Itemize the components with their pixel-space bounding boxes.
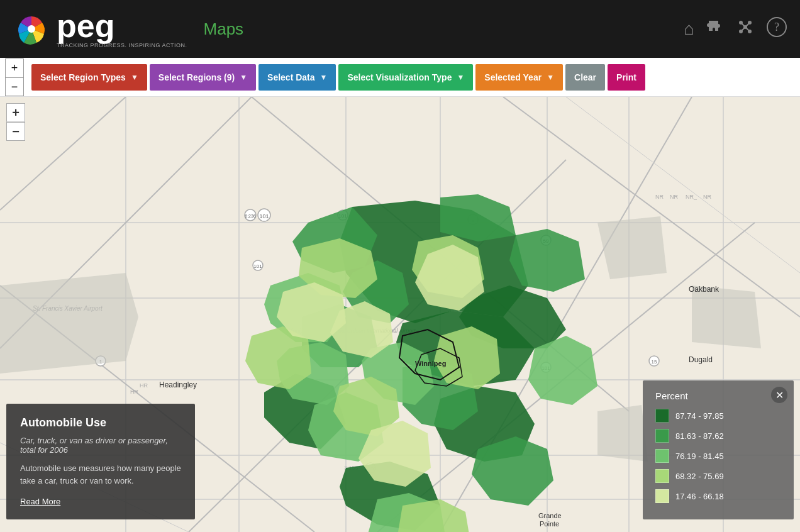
zoom-in-button[interactable]: + — [5, 58, 24, 77]
svg-marker-100 — [692, 285, 761, 348]
legend-range-2: 81.63 - 87.62 — [675, 431, 724, 441]
header-left: peg TRACKING PROGRESS. INSPIRING ACTION.… — [13, 9, 243, 48]
logo-peg-text: peg — [57, 9, 187, 42]
chevron-down-icon: ▼ — [240, 73, 247, 82]
header-icons: ⌂ ? — [684, 16, 787, 42]
svg-text:6;236: 6;236 — [245, 214, 256, 218]
zoom-out-button[interactable]: − — [5, 77, 24, 96]
svg-line-9 — [745, 27, 750, 31]
svg-text:101: 101 — [259, 213, 269, 219]
print-button[interactable]: Print — [608, 64, 645, 91]
svg-marker-101 — [597, 405, 648, 462]
network-icon[interactable] — [736, 18, 755, 41]
home-icon[interactable]: ⌂ — [684, 19, 694, 39]
svg-text:101: 101 — [253, 263, 262, 269]
header-title: Maps — [204, 19, 244, 39]
svg-text:Pointe: Pointe — [540, 520, 559, 528]
legend-swatch-3 — [655, 449, 669, 463]
select-region-types-button[interactable]: Select Region Types ▼ — [31, 64, 147, 91]
toolbar: + − Select Region Types ▼ Select Regions… — [0, 58, 800, 97]
svg-marker-98 — [0, 273, 138, 374]
chevron-down-icon: ▼ — [131, 73, 138, 82]
read-more-link[interactable]: Read More — [20, 497, 60, 506]
map-zoom-controls: + − — [6, 103, 25, 141]
svg-text:HR: HR — [130, 389, 138, 395]
chevron-down-icon: ▼ — [457, 73, 464, 82]
select-data-button[interactable]: Select Data ▼ — [258, 64, 336, 91]
app-header: peg TRACKING PROGRESS. INSPIRING ACTION.… — [0, 0, 800, 58]
info-panel-description: Automobile use measures how many people … — [20, 462, 181, 487]
info-panel: Automobile Use Car, truck, or van as dri… — [6, 404, 195, 519]
map-zoom-in-button[interactable]: + — [6, 103, 25, 122]
chevron-down-icon: ▼ — [320, 73, 328, 82]
logo-text: peg TRACKING PROGRESS. INSPIRING ACTION. — [57, 9, 187, 48]
legend-title: Percent — [655, 391, 781, 401]
info-panel-title: Automobile Use — [20, 416, 181, 429]
svg-text:NR: NR — [670, 194, 678, 200]
legend-swatch-2 — [655, 429, 669, 443]
legend-item-3: 76.19 - 81.45 — [655, 449, 781, 463]
legend-swatch-1 — [655, 409, 669, 423]
legend-close-button[interactable]: ✕ — [771, 387, 787, 403]
svg-text:Grande: Grande — [538, 512, 562, 519]
map-zoom-out-button[interactable]: − — [6, 122, 25, 141]
svg-text:Oakbank: Oakbank — [689, 285, 719, 294]
svg-line-8 — [741, 27, 745, 31]
logo-container: peg TRACKING PROGRESS. INSPIRING ACTION. — [13, 9, 187, 48]
select-visualization-button[interactable]: Select Visualization Type ▼ — [338, 64, 473, 91]
svg-point-0 — [28, 25, 35, 33]
svg-text:Dugald: Dugald — [689, 355, 713, 364]
legend-panel: ✕ Percent 87.74 - 97.85 81.63 - 87.62 76… — [643, 380, 794, 519]
svg-text:Winnipeg: Winnipeg — [415, 360, 446, 367]
help-icon[interactable]: ? — [766, 16, 787, 42]
legend-range-4: 68.32 - 75.69 — [675, 472, 724, 481]
svg-text:Headingley: Headingley — [159, 380, 197, 389]
select-regions-button[interactable]: Select Regions (9) ▼ — [150, 64, 256, 91]
svg-text:?: ? — [774, 21, 779, 33]
legend-range-3: 76.19 - 81.45 — [675, 452, 724, 461]
toolbar-zoom: + − — [5, 58, 24, 96]
svg-line-6 — [741, 23, 745, 27]
peg-logo-icon — [13, 10, 50, 48]
svg-line-7 — [745, 23, 750, 27]
info-panel-subtitle: Car, truck, or van as driver or passenge… — [20, 436, 181, 455]
svg-text:HR: HR — [140, 382, 148, 389]
svg-text:15: 15 — [652, 359, 657, 365]
svg-text:NR: NR — [655, 194, 664, 200]
chevron-down-icon: ▼ — [547, 73, 554, 82]
selected-year-button[interactable]: Selected Year ▼ — [475, 64, 563, 91]
svg-text:NR_: NR_ — [686, 194, 697, 200]
puzzle-icon[interactable] — [706, 18, 725, 41]
legend-item-5: 17.46 - 66.18 — [655, 489, 781, 503]
legend-range-1: 87.74 - 97.85 — [675, 411, 724, 421]
clear-button[interactable]: Clear — [565, 64, 605, 91]
legend-swatch-4 — [655, 469, 669, 483]
legend-item-4: 68.32 - 75.69 — [655, 469, 781, 483]
legend-range-5: 17.46 - 66.18 — [675, 492, 724, 501]
svg-text:NR: NR — [703, 194, 711, 200]
legend-swatch-5 — [655, 489, 669, 503]
legend-item-2: 81.63 - 87.62 — [655, 429, 781, 443]
legend-item-1: 87.74 - 97.85 — [655, 409, 781, 423]
map-container[interactable]: 101 9 101 8 59 15 101 3;155 101 6;236 59… — [0, 97, 800, 532]
logo-tagline: TRACKING PROGRESS. INSPIRING ACTION. — [57, 42, 187, 48]
